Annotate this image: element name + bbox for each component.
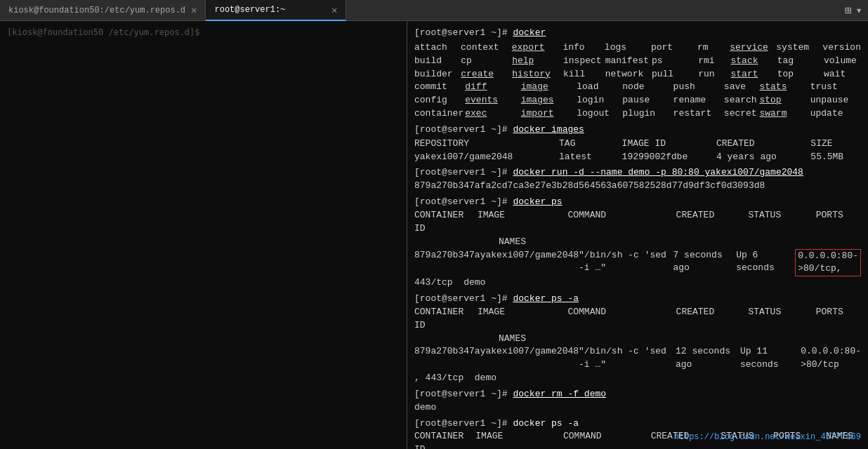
line-docker-psa2-prompt: [root@server1 ~]# docker ps -a xyxy=(414,417,861,431)
cmd-docker-psa2: docker ps -a xyxy=(513,418,579,429)
images-row-1: yakexi007/game2048 latest 19299002fdbe 4… xyxy=(414,151,861,164)
line-docker-ps-prompt: [root@server1 ~]# docker ps xyxy=(414,196,861,209)
chevron-down-icon[interactable]: ▾ xyxy=(855,4,862,18)
new-tab-icon[interactable]: ⊞ xyxy=(845,4,852,18)
left-content: [kiosk@foundation50 /etc/yum.repos.d]$ xyxy=(7,27,400,51)
cmd-docker-images: docker images xyxy=(513,124,584,135)
tab-left-close[interactable]: ✕ xyxy=(191,4,197,16)
line-docker-run-prompt: [root@server1 ~]# docker run -d --name d… xyxy=(414,166,861,180)
docker-help-output: attach context export info logs port rm … xyxy=(414,41,861,121)
prompt-6: [root@server1 ~]# xyxy=(414,389,513,399)
url-bar: https://blog.csdn.net/weixin_45777669 xyxy=(674,431,861,443)
prompt-2: [root@server1 ~]# xyxy=(414,124,513,135)
help-row-6: container exec import logout plugin rest… xyxy=(414,107,861,121)
prompt-5: [root@server1 ~]# xyxy=(414,293,513,304)
ps-header: CONTAINER ID IMAGE COMMAND CREATED STATU… xyxy=(414,209,861,236)
cmd-docker: docker xyxy=(513,27,546,38)
tab-right-label: root@server1:~ xyxy=(214,5,285,15)
prompt-7: [root@server1 ~]# xyxy=(414,418,513,429)
psa-names-header: NAMES xyxy=(414,333,861,346)
line-docker-prompt: [root@server1 ~]# docker xyxy=(414,27,861,40)
cmd-docker-run: docker run -d --name demo -p 80:80 yakex… xyxy=(513,167,803,177)
line-docker-images-prompt: [root@server1 ~]# docker images xyxy=(414,123,861,137)
help-row-4: commit diff image load node push save st… xyxy=(414,81,861,94)
cmd-docker-ps: docker ps xyxy=(513,196,562,207)
run-output: 879a270b347afa2cd7ca3e27e3b28d564563a607… xyxy=(414,180,861,193)
prompt-4: [root@server1 ~]# xyxy=(414,196,513,207)
tab-actions: ⊞ ▾ xyxy=(845,0,868,20)
psa-header: CONTAINER ID IMAGE COMMAND CREATED STATU… xyxy=(414,306,861,333)
terminal-left[interactable]: [kiosk@foundation50 /etc/yum.repos.d]$ xyxy=(0,21,407,449)
ports-highlight: 0.0.0.0:80->80/tcp, xyxy=(795,249,861,277)
ps-row-1: 879a270b347a yakexi007/game2048 "/bin/sh… xyxy=(414,249,861,277)
tab-left-label: kiosk@foundation50:/etc/yum.repos.d xyxy=(8,6,185,15)
psa-row-1: 879a270b347a yakexi007/game2048 "/bin/sh… xyxy=(414,345,861,372)
help-row-2: build cp help inspect manifest ps rmi st… xyxy=(414,55,861,68)
help-row-3: builder create history kill network pull… xyxy=(414,68,861,81)
images-header: REPOSITORY TAG IMAGE ID CREATED SIZE xyxy=(414,138,861,151)
rm-output: demo xyxy=(414,401,861,415)
help-row-5: config events images login pause rename … xyxy=(414,94,861,107)
tab-left[interactable]: kiosk@foundation50:/etc/yum.repos.d ✕ xyxy=(0,0,206,20)
ps-names-header: NAMES xyxy=(414,236,861,249)
psa-row-1-cont: , 443/tcp demo xyxy=(414,372,861,385)
terminal-content: [root@server1 ~]# docker attach context … xyxy=(414,27,861,449)
tab-bar: kiosk@foundation50:/etc/yum.repos.d ✕ ro… xyxy=(0,0,868,21)
help-row-1: attach context export info logs port rm … xyxy=(414,41,861,55)
ps-row-1-cont: 443/tcp demo xyxy=(414,276,861,290)
tab-right-close[interactable]: ✕ xyxy=(331,4,337,16)
line-docker-psa-prompt: [root@server1 ~]# docker ps -a xyxy=(414,293,861,306)
line-docker-rm-prompt: [root@server1 ~]# docker rm -f demo xyxy=(414,388,861,401)
tab-right[interactable]: root@server1:~ ✕ xyxy=(206,0,346,21)
terminal-right[interactable]: [root@server1 ~]# docker attach context … xyxy=(407,21,868,449)
prompt-1: [root@server1 ~]# xyxy=(414,27,513,38)
cmd-docker-psa: docker ps -a xyxy=(513,293,579,304)
prompt-3: [root@server1 ~]# xyxy=(414,167,513,177)
cmd-docker-rm: docker rm -f demo xyxy=(513,389,606,399)
terminals-container: [kiosk@foundation50 /etc/yum.repos.d]$ [… xyxy=(0,21,868,449)
